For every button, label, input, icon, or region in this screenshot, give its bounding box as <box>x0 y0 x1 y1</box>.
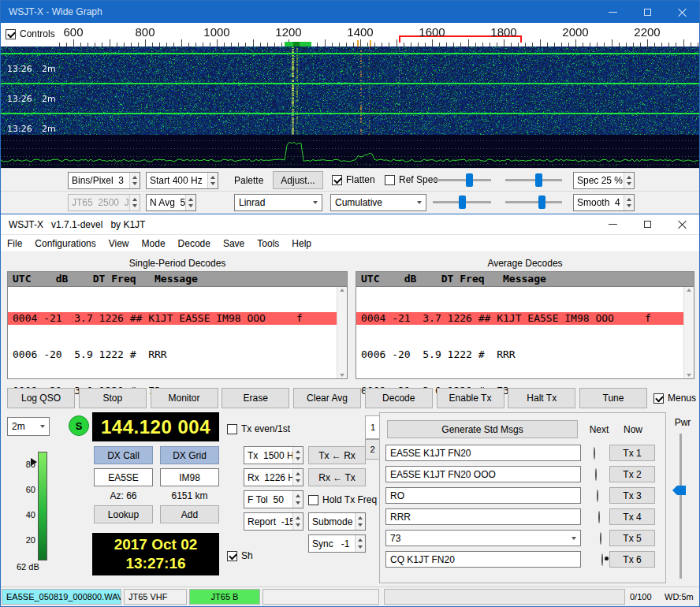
spin-down-icon[interactable] <box>358 546 363 549</box>
frequency-scale[interactable]: Controls 600 800 1000 1200 1400 1600 180… <box>1 23 699 47</box>
dx-grid-button[interactable]: DX Grid <box>160 446 219 464</box>
tab-1[interactable]: 1 <box>365 415 380 439</box>
ref-spec-checkbox-box[interactable] <box>385 175 395 185</box>
spin-up-icon[interactable] <box>188 198 193 201</box>
tx-even-checkbox-box[interactable] <box>227 424 237 434</box>
lookup-button[interactable]: Lookup <box>94 505 153 523</box>
enable-tx-button[interactable]: Enable Tx <box>437 388 505 408</box>
menu-decode[interactable]: Decode <box>172 235 217 252</box>
controls-checkbox[interactable]: Controls <box>6 28 55 39</box>
spin-up-icon[interactable] <box>296 494 300 497</box>
rx-from-tx-button[interactable]: Rx ← Tx <box>308 468 366 486</box>
menu-mode[interactable]: Mode <box>136 235 172 252</box>
monitor-button[interactable]: Monitor <box>151 388 218 408</box>
spinner-arrows[interactable] <box>129 173 140 188</box>
generate-std-msgs-button[interactable]: Generate Std Msgs <box>387 420 578 438</box>
combo-arrow[interactable] <box>35 425 49 428</box>
tx5-now-button[interactable]: Tx 5 <box>609 530 655 546</box>
menu-configurations[interactable]: Configurations <box>28 235 102 252</box>
flatten-checkbox-box[interactable] <box>332 175 342 185</box>
spin-down-icon[interactable] <box>132 182 137 185</box>
spinner-arrows[interactable] <box>624 195 634 210</box>
smooth-spinner[interactable]: Smooth 4 <box>573 194 635 211</box>
wide-graph-titlebar[interactable]: WSJT-X - Wide Graph <box>1 1 699 23</box>
tx4-next-radio[interactable] <box>598 511 600 523</box>
spin-down-icon[interactable] <box>296 457 300 460</box>
spin-down-icon[interactable] <box>627 182 631 185</box>
rx-freq-spinner[interactable]: Rx 1226 Hz <box>244 468 303 486</box>
decode-button[interactable]: Decode <box>365 388 433 408</box>
tx3-message-field[interactable]: RO <box>385 487 581 504</box>
spin-down-icon[interactable] <box>210 182 215 185</box>
spin-down-icon[interactable] <box>358 523 363 527</box>
scrollbar[interactable] <box>337 287 347 378</box>
hold-tx-freq-checkbox-box[interactable] <box>308 495 318 505</box>
dx-call-field[interactable]: EA5SE <box>94 468 153 486</box>
tx4-now-button[interactable]: Tx 4 <box>609 508 655 525</box>
waterfall-zero-slider[interactable] <box>505 173 562 188</box>
menus-checkbox[interactable]: Menus <box>653 393 696 404</box>
tx6-next-radio[interactable] <box>601 553 603 566</box>
spinner-arrows[interactable] <box>292 469 303 486</box>
slider-track[interactable] <box>505 201 562 203</box>
spinner-arrows[interactable] <box>292 513 303 530</box>
sh-checkbox-box[interactable] <box>227 551 237 561</box>
spin-up-icon[interactable] <box>296 472 300 475</box>
slider-track[interactable] <box>433 179 491 181</box>
adjust-button[interactable]: Adjust... <box>273 171 323 189</box>
tx-from-rx-button[interactable]: Tx ← Rx <box>308 446 366 464</box>
decode-row[interactable]: 0004 -21 3.7 1226 ## K1JT EA5SE IM98 OOO… <box>8 312 337 325</box>
spectrum-zero-slider[interactable] <box>505 195 562 210</box>
spin-up-icon[interactable] <box>132 176 137 179</box>
scroll-up-icon[interactable] <box>340 289 344 292</box>
spec-percent-spinner[interactable]: Spec 25 % <box>573 172 635 189</box>
slider-thumb[interactable] <box>538 196 545 209</box>
band-select[interactable]: 2m <box>7 417 50 436</box>
slider-thumb[interactable] <box>459 196 466 209</box>
scroll-down-icon[interactable] <box>340 374 344 377</box>
decode-list[interactable]: 0004 -21 3.7 1226 ## K1JT EA5SE IM98 OOO… <box>356 287 683 378</box>
menu-tools[interactable]: Tools <box>251 235 285 252</box>
decode-list[interactable]: 0004 -21 3.7 1226 ## K1JT EA5SE IM98 OOO… <box>8 287 337 378</box>
menu-help[interactable]: Help <box>285 235 318 252</box>
tx6-message-field[interactable]: CQ K1JT FN20 <box>385 551 581 568</box>
tx1-next-radio[interactable] <box>594 447 595 460</box>
maximize-button[interactable] <box>630 214 665 234</box>
tx5-message-combo[interactable]: 73 <box>385 530 581 546</box>
spinner-arrows[interactable] <box>292 447 303 464</box>
tx2-message-field[interactable]: EA5SE K1JT FN20 OOO <box>385 466 581 482</box>
spectrum-type-select[interactable]: Cumulative <box>330 194 426 211</box>
tx-even-checkbox[interactable]: Tx even/1st <box>227 423 290 434</box>
ref-spec-checkbox[interactable]: Ref Spec <box>385 174 438 185</box>
tx2-next-radio[interactable] <box>595 468 597 481</box>
spin-down-icon[interactable] <box>296 479 300 482</box>
maximize-button[interactable] <box>630 1 665 23</box>
combo-arrow[interactable] <box>308 201 322 204</box>
scroll-down-icon[interactable] <box>687 374 691 377</box>
pwr-slider-track[interactable] <box>680 434 682 579</box>
spectrum-gain-slider[interactable] <box>433 195 491 210</box>
combo-arrow[interactable] <box>412 201 426 204</box>
tx3-next-radio[interactable] <box>597 490 598 502</box>
flatten-checkbox[interactable]: Flatten <box>332 174 375 185</box>
log-qso-button[interactable]: Log QSO <box>7 388 75 408</box>
erase-button[interactable]: Erase <box>222 388 289 408</box>
decode-row[interactable]: 0006 -20 5.9 1222 # RRR <box>8 348 337 361</box>
spin-up-icon[interactable] <box>296 516 300 519</box>
waterfall-gain-slider[interactable] <box>433 173 491 188</box>
spin-down-icon[interactable] <box>627 204 631 207</box>
tx2-now-button[interactable]: Tx 2 <box>609 466 655 482</box>
tx5-next-radio[interactable] <box>600 532 601 545</box>
pwr-slider-thumb[interactable] <box>672 486 686 495</box>
spin-up-icon[interactable] <box>358 516 363 519</box>
menus-checkbox-box[interactable] <box>653 393 664 404</box>
spinner-arrows[interactable] <box>355 513 365 530</box>
sync-spinner[interactable]: Sync -1 <box>308 534 366 553</box>
scrollbar[interactable] <box>683 287 694 378</box>
bins-per-pixel-spinner[interactable]: Bins/Pixel 3 <box>68 172 140 189</box>
spinner-arrows[interactable] <box>185 195 195 210</box>
spin-down-icon[interactable] <box>188 204 193 207</box>
tx1-message-field[interactable]: EA5SE K1JT FN20 <box>385 445 581 461</box>
spin-up-icon[interactable] <box>296 450 300 453</box>
palette-select[interactable]: Linrad <box>234 194 322 211</box>
